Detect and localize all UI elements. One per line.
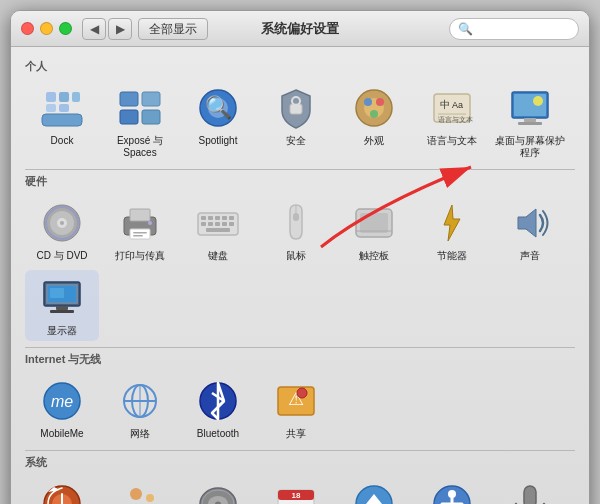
- svg-rect-47: [229, 216, 234, 220]
- pref-item-mouse[interactable]: 鼠标: [259, 195, 333, 266]
- mouse-label: 鼠标: [286, 250, 306, 262]
- pref-item-datetime[interactable]: 18 日期与时间: [259, 476, 333, 504]
- svg-rect-29: [518, 122, 542, 125]
- pref-item-spotlight[interactable]: 🔍 Spotlight: [181, 80, 255, 163]
- pref-item-security[interactable]: 安全: [259, 80, 333, 163]
- expose-icon: [116, 84, 164, 132]
- svg-point-82: [146, 494, 154, 502]
- system-items-row: Time Machine 家长控制: [25, 476, 575, 504]
- pref-item-sound[interactable]: 声音: [493, 195, 567, 266]
- svg-rect-44: [208, 216, 213, 220]
- cddvd-icon: [38, 199, 86, 247]
- trackpad-label: 触控板: [359, 250, 389, 262]
- expose-label: Exposé 与 Spaces: [105, 135, 175, 159]
- svg-rect-49: [208, 222, 213, 226]
- svg-text:me: me: [51, 393, 73, 410]
- personal-items-row: Dock Exposé 与 Spaces: [25, 80, 575, 163]
- svg-rect-9: [120, 110, 138, 124]
- svg-point-20: [370, 110, 378, 118]
- svg-rect-53: [206, 228, 230, 232]
- forward-button[interactable]: ▶: [108, 18, 132, 40]
- pref-item-desktop[interactable]: 桌面与屏幕保护程序: [493, 80, 567, 163]
- svg-point-81: [130, 488, 142, 500]
- back-button[interactable]: ◀: [82, 18, 106, 40]
- pref-item-print[interactable]: 打印与传真: [103, 195, 177, 266]
- print-icon: [116, 199, 164, 247]
- svg-rect-50: [215, 222, 220, 226]
- pref-item-display[interactable]: 显示器: [25, 270, 99, 341]
- mobileme-label: MobileMe: [40, 428, 83, 440]
- print-label: 打印与传真: [115, 250, 165, 262]
- pref-item-sharing[interactable]: ⚠ 共享: [259, 373, 333, 444]
- svg-point-75: [297, 388, 307, 398]
- divider-system: [25, 450, 575, 451]
- svg-rect-1: [42, 114, 82, 126]
- divider-internet: [25, 347, 575, 348]
- svg-rect-39: [133, 232, 147, 234]
- main-window: ◀ ▶ 全部显示 系统偏好设置 🔍 个人: [10, 10, 590, 504]
- mouse-icon: [272, 199, 320, 247]
- svg-rect-63: [50, 310, 74, 313]
- maximize-button[interactable]: [59, 22, 72, 35]
- pref-item-dock[interactable]: Dock: [25, 80, 99, 163]
- universalaccess-icon: [428, 480, 476, 504]
- dock-label: Dock: [51, 135, 74, 147]
- svg-marker-59: [444, 205, 460, 241]
- section-label-hardware: 硬件: [25, 174, 575, 189]
- pref-item-language[interactable]: 中 Aa 语言与文本 语言与文本: [415, 80, 489, 163]
- security-icon: [272, 84, 320, 132]
- pref-item-speech[interactable]: 语音: [493, 476, 567, 504]
- pref-item-network[interactable]: 网络: [103, 373, 177, 444]
- pref-item-trackpad[interactable]: 触控板: [337, 195, 411, 266]
- svg-text:Aa: Aa: [452, 100, 463, 110]
- pref-item-energy[interactable]: 节能器: [415, 195, 489, 266]
- pref-item-keyboard[interactable]: 键盘: [181, 195, 255, 266]
- network-label: 网络: [130, 428, 150, 440]
- svg-point-34: [60, 221, 64, 225]
- svg-rect-37: [130, 209, 150, 221]
- section-label-personal: 个人: [25, 59, 575, 74]
- svg-rect-38: [130, 229, 150, 239]
- search-box[interactable]: 🔍: [449, 18, 579, 40]
- sound-icon: [506, 199, 554, 247]
- display-icon: [38, 274, 86, 322]
- svg-text:中: 中: [440, 99, 450, 110]
- svg-point-18: [364, 98, 372, 106]
- timemachine-icon: [38, 480, 86, 504]
- close-button[interactable]: [21, 22, 34, 35]
- pref-item-parental[interactable]: 家长控制: [103, 476, 177, 504]
- pref-item-startup[interactable]: 启动磁盘: [181, 476, 255, 504]
- bluetooth-icon: [194, 377, 242, 425]
- divider-hardware: [25, 169, 575, 170]
- svg-rect-62: [56, 306, 68, 310]
- svg-point-41: [148, 221, 152, 225]
- minimize-button[interactable]: [40, 22, 53, 35]
- search-icon: 🔍: [458, 22, 473, 36]
- svg-rect-52: [229, 222, 234, 226]
- pref-item-cddvd[interactable]: CD 与 DVD: [25, 195, 99, 266]
- pref-item-appearance[interactable]: 外观: [337, 80, 411, 163]
- window-title: 系统偏好设置: [261, 20, 339, 38]
- cddvd-label: CD 与 DVD: [36, 250, 87, 262]
- titlebar: ◀ ▶ 全部显示 系统偏好设置 🔍: [11, 11, 589, 47]
- pref-item-expose[interactable]: Exposé 与 Spaces: [103, 80, 177, 163]
- svg-rect-4: [72, 92, 80, 102]
- section-label-system: 系统: [25, 455, 575, 470]
- desktop-icon: [506, 84, 554, 132]
- appearance-icon: [350, 84, 398, 132]
- pref-item-bluetooth[interactable]: Bluetooth: [181, 373, 255, 444]
- softwareupdate-icon: [350, 480, 398, 504]
- traffic-lights: [21, 22, 72, 35]
- pref-item-mobileme[interactable]: me MobileMe: [25, 373, 99, 444]
- desktop-label: 桌面与屏幕保护程序: [495, 135, 565, 159]
- svg-rect-55: [293, 213, 299, 221]
- show-all-button[interactable]: 全部显示: [138, 18, 208, 40]
- pref-item-softwareupdate[interactable]: 软件更新: [337, 476, 411, 504]
- pref-item-universalaccess[interactable]: 万能辅助: [415, 476, 489, 504]
- language-icon: 中 Aa 语言与文本: [428, 84, 476, 132]
- pref-item-timemachine[interactable]: Time Machine: [25, 476, 99, 504]
- parental-icon: [116, 480, 164, 504]
- svg-point-30: [533, 96, 543, 106]
- svg-rect-10: [142, 110, 160, 124]
- speech-icon: [506, 480, 554, 504]
